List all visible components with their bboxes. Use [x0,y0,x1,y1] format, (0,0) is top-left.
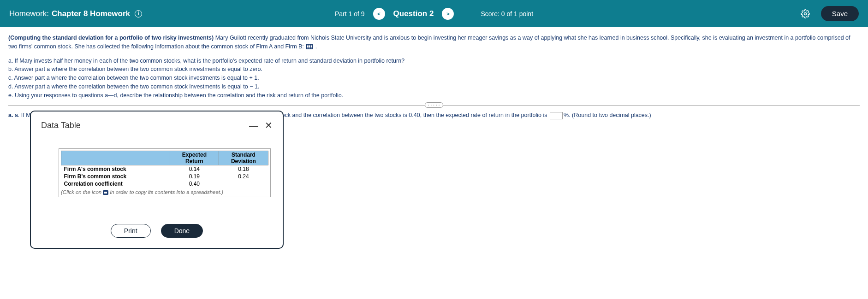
info-icon[interactable]: i [135,10,142,18]
question-d: d. Answer part a where the correlation b… [8,82,860,91]
homework-title: Chapter 8 Homework [52,9,130,18]
header-bar: Homework: Chapter 8 Homework i Part 1 of… [0,0,868,27]
close-icon[interactable]: ✕ [265,120,273,126]
minimize-icon[interactable]: — [249,123,258,126]
dialog-header: Data Table — ✕ [41,120,273,126]
answer-input[interactable] [550,112,563,119]
part-label: Part 1 of 9 [335,10,365,18]
question-b: b. Answer part a where the correlation b… [8,65,860,74]
question-c: c. Answer part a where the correlation b… [8,74,860,82]
next-question-button[interactable]: > [442,8,454,20]
homework-label: Homework: [9,9,49,18]
table-icon[interactable] [306,44,313,49]
svg-point-0 [804,12,806,15]
question-e: e. Using your responses to questions a—d… [8,91,860,100]
data-table-dialog: Data Table — ✕ ExpectedReturn StandardDe… [30,111,284,126]
gear-icon[interactable] [801,9,810,18]
divider-handle[interactable]: • • • • • [425,102,443,108]
question-list: a. If Mary invests half her money in eac… [8,57,860,100]
prev-question-button[interactable]: < [373,8,385,20]
intro-bold: (Computing the standard deviation for a … [8,35,214,41]
intro-paragraph: (Computing the standard deviation for a … [8,34,860,51]
dialog-controls: — ✕ [249,120,273,126]
question-label: Question 2 [393,9,434,18]
header-center: Part 1 of 9 < Question 2 > Score: 0 of 1… [335,8,533,20]
answer-suffix: %. (Round to two decimal places.) [564,112,651,118]
dialog-title: Data Table [41,121,81,127]
question-a: a. If Mary invests half her money in eac… [8,57,860,65]
save-button[interactable]: Save [821,6,859,21]
header-right: Save [801,6,859,21]
score-label: Score: 0 of 1 point [481,10,533,18]
